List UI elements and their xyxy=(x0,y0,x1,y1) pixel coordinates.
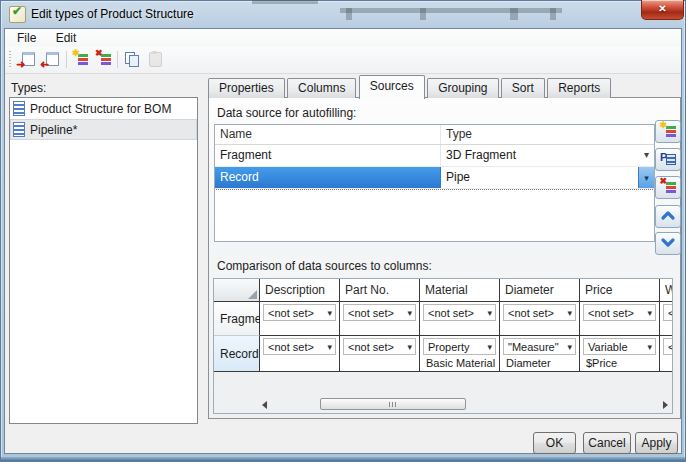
cell-value: $Price xyxy=(580,355,659,371)
cell-combo[interactable]: <not set>▾ xyxy=(263,338,336,355)
column-header-partno[interactable]: Part No. xyxy=(340,279,420,302)
menu-bar: File Edit xyxy=(5,29,681,47)
column-header-material[interactable]: Material xyxy=(420,279,500,302)
chevron-down-icon[interactable]: ▾ xyxy=(644,145,649,165)
row-header-record[interactable]: Record xyxy=(214,336,260,372)
column-header-description[interactable]: Description xyxy=(260,279,340,302)
cell-value xyxy=(340,355,419,371)
cell-combo[interactable]: <not set>▾ xyxy=(663,338,673,355)
add-type-button[interactable]: ✱ xyxy=(70,49,91,70)
grid-cell[interactable]: <not set>▾ xyxy=(340,336,420,372)
tab-grouping[interactable]: Grouping xyxy=(427,78,498,98)
cell-value xyxy=(260,321,339,336)
cell-combo[interactable]: <not set>▾ xyxy=(423,304,496,321)
toolbar-grip[interactable] xyxy=(9,51,11,69)
add-type-icon: ✱ xyxy=(73,51,88,67)
row-header-fragment[interactable]: Fragment xyxy=(214,302,260,336)
cell-type[interactable]: 3D Fragment ▾ xyxy=(441,145,654,166)
cancel-button[interactable]: Cancel xyxy=(583,432,631,454)
apply-button[interactable]: Apply xyxy=(635,432,678,454)
tab-sources[interactable]: Sources xyxy=(359,75,425,99)
autofill-table[interactable]: Name Type Fragment 3D Fragment ▾ Record … xyxy=(214,124,655,242)
scrollbar-thumb[interactable] xyxy=(320,398,466,410)
tab-strip: Properties Columns Sources Grouping Sort… xyxy=(208,77,610,97)
move-down-button[interactable] xyxy=(655,232,681,255)
column-header-weight[interactable]: We xyxy=(660,279,673,302)
table-row-fragment[interactable]: Fragment 3D Fragment ▾ xyxy=(215,145,654,167)
cell-combo[interactable]: Property▾ xyxy=(423,338,496,355)
grid-cell[interactable]: Variable▾$Price xyxy=(580,336,660,372)
types-list[interactable]: Product Structure for BOM Pipeline* xyxy=(9,97,198,424)
background-bleed xyxy=(420,8,426,20)
cell-type[interactable]: Pipe ▾ xyxy=(441,167,654,188)
menu-file[interactable]: File xyxy=(9,29,44,47)
tab-properties[interactable]: Properties xyxy=(208,78,285,98)
cell-value xyxy=(340,321,419,336)
grid-cell[interactable]: <not set>▾ xyxy=(260,302,340,336)
ok-button[interactable]: OK xyxy=(533,432,576,454)
type-document-icon xyxy=(13,101,25,116)
focus-marquee xyxy=(216,189,653,190)
chevron-down-icon: ▾ xyxy=(567,308,572,318)
copy-button[interactable] xyxy=(121,49,142,70)
move-up-button[interactable] xyxy=(655,205,681,228)
grid-cell[interactable]: <not set>▾ xyxy=(260,336,340,372)
cell-combo[interactable]: "Measure"▾ xyxy=(503,338,576,355)
column-header-price[interactable]: Price xyxy=(580,279,660,302)
background-bleed xyxy=(510,8,518,20)
dropdown-button[interactable]: ▾ xyxy=(638,167,654,188)
column-header-name[interactable]: Name xyxy=(215,125,441,144)
grid-cell[interactable]: <not set>▾ xyxy=(660,302,673,336)
column-header-type[interactable]: Type xyxy=(441,125,654,144)
scroll-left-button[interactable] xyxy=(260,400,269,409)
delete-type-button[interactable]: ✖ xyxy=(93,49,114,70)
close-button[interactable]: ✕ xyxy=(641,0,684,20)
background-bleed xyxy=(252,0,318,4)
grid-cell[interactable]: <not set>▾ xyxy=(580,302,660,336)
list-item-pipeline[interactable]: Pipeline* xyxy=(10,119,197,140)
column-header-diameter[interactable]: Diameter xyxy=(500,279,580,302)
grid-cell[interactable]: Property▾Basic Material xyxy=(420,336,500,372)
toolbar: ➜ ➜ ✱ ✖ xyxy=(5,47,681,74)
add-source-icon: ✱ xyxy=(661,123,676,139)
grid-cell[interactable]: <not set>▾ xyxy=(340,302,420,336)
cell-combo[interactable]: <not set>▾ xyxy=(503,304,576,321)
source-properties-button[interactable]: P xyxy=(655,148,681,171)
grid-cell[interactable]: <not set>▾ xyxy=(420,302,500,336)
cell-combo[interactable]: <not set>▾ xyxy=(663,304,673,321)
corner-triangle-icon xyxy=(248,290,257,299)
grid-cell[interactable]: <not set>▾ xyxy=(500,302,580,336)
menu-edit[interactable]: Edit xyxy=(48,29,85,47)
title-bar[interactable]: ✔ Edit types of Product Structure ✕ xyxy=(0,0,686,28)
list-item-product-structure[interactable]: Product Structure for BOM xyxy=(10,98,197,119)
grid-cell[interactable]: <not set>▾ xyxy=(660,336,673,372)
types-label: Types: xyxy=(11,81,46,95)
scroll-right-button[interactable] xyxy=(661,400,670,409)
grid-cell[interactable]: "Measure"▾Diameter xyxy=(500,336,580,372)
properties-icon: P xyxy=(660,152,676,166)
add-source-button[interactable]: ✱ xyxy=(655,120,681,143)
chevron-down-icon: ▾ xyxy=(567,342,572,352)
delete-source-button[interactable]: ✖ xyxy=(655,176,681,199)
tab-columns[interactable]: Columns xyxy=(287,78,356,98)
cell-combo[interactable]: Variable▾ xyxy=(583,338,656,355)
export-type-button[interactable]: ➜ xyxy=(16,49,37,70)
cell-combo[interactable]: <not set>▾ xyxy=(343,338,416,355)
cell-combo[interactable]: <not set>▾ xyxy=(263,304,336,321)
cell-name-selected[interactable]: Record xyxy=(215,167,441,188)
chevron-down-icon xyxy=(660,237,676,248)
cell-combo[interactable]: <not set>▾ xyxy=(343,304,416,321)
delete-source-icon: ✖ xyxy=(661,179,676,195)
import-type-button[interactable]: ➜ xyxy=(40,49,61,70)
horizontal-scrollbar[interactable] xyxy=(260,398,670,411)
tab-reports[interactable]: Reports xyxy=(547,78,611,98)
window-title: Edit types of Product Structure xyxy=(31,7,194,21)
cell-value: Diameter xyxy=(500,355,579,371)
grid-corner-cell[interactable] xyxy=(214,279,260,302)
cell-combo[interactable]: <not set>▾ xyxy=(583,304,656,321)
table-row-record[interactable]: Record Pipe ▾ xyxy=(215,167,654,189)
cell-name[interactable]: Fragment xyxy=(215,145,441,166)
comparison-table[interactable]: Description Part No. Material Diameter P… xyxy=(213,278,673,414)
tab-sort[interactable]: Sort xyxy=(501,78,545,98)
delete-type-icon: ✖ xyxy=(96,51,111,67)
